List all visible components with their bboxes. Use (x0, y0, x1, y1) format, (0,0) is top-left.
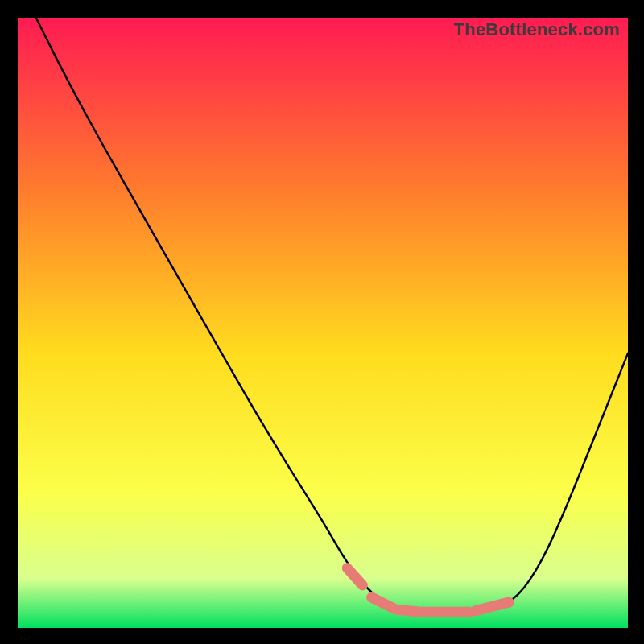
watermark-text: TheBottleneck.com (454, 19, 620, 40)
chart-background-gradient (18, 18, 628, 628)
chart-frame: TheBottleneck.com (0, 0, 644, 644)
chart-plot-area: TheBottleneck.com (18, 18, 628, 628)
chart-svg (18, 18, 628, 628)
